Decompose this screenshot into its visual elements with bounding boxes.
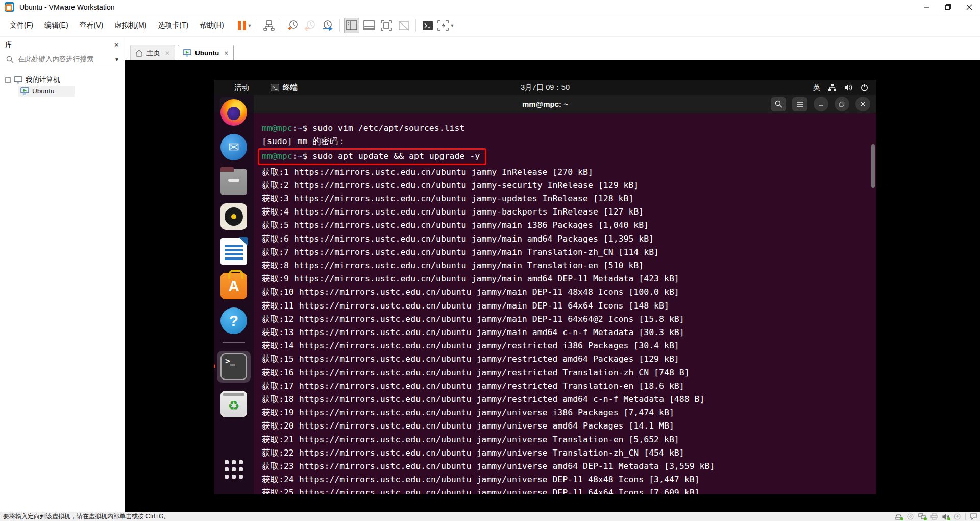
tab-close-icon[interactable]: ✕ — [165, 50, 170, 57]
statusbar-separator — [965, 513, 966, 520]
menu-edit[interactable]: 编辑(E) — [39, 18, 74, 33]
terminal-line: 获取:11 https://mirrors.ustc.edu.cn/ubuntu… — [262, 299, 872, 313]
minimize-button[interactable] — [916, 0, 937, 14]
power-icon[interactable] — [861, 84, 868, 91]
printer-icon[interactable] — [930, 513, 938, 520]
dock-separator — [223, 342, 245, 343]
unity-mode-button[interactable] — [396, 18, 411, 33]
fullscreen-icon — [381, 20, 392, 31]
libreoffice-writer-icon[interactable] — [220, 238, 247, 265]
usb-device-icon[interactable] — [954, 513, 961, 520]
tree-item-label: Ubuntu — [32, 87, 55, 95]
hard-disk-icon[interactable] — [895, 514, 902, 520]
volume-icon[interactable] — [844, 84, 853, 91]
tab-ubuntu[interactable]: Ubuntu ✕ — [178, 45, 234, 60]
ubuntu-dock — [214, 95, 254, 494]
sound-icon[interactable] — [942, 514, 949, 520]
tab-close-icon[interactable]: ✕ — [224, 50, 229, 57]
collapse-icon[interactable] — [5, 77, 11, 83]
take-snapshot-button[interactable] — [285, 18, 301, 33]
terminal-search-button[interactable] — [771, 97, 786, 111]
snapshot-manager-button[interactable] — [320, 18, 335, 33]
network-icon[interactable] — [828, 84, 837, 91]
show-library-toggle[interactable] — [344, 18, 359, 33]
terminal-menu-button[interactable] — [792, 97, 807, 111]
input-method-indicator[interactable]: 英 — [813, 83, 821, 92]
vm-viewport[interactable]: 活动 >_ 终端 3月7日 09：50 英 — [125, 60, 980, 512]
terminal-header-bar[interactable]: mm@mpc: ~ — [214, 95, 876, 113]
pause-vm-button[interactable]: ▼ — [237, 18, 253, 33]
menu-tabs[interactable]: 选项卡(T) — [152, 18, 194, 33]
menu-view[interactable]: 查看(V) — [74, 18, 109, 33]
terminal-line: 获取:17 https://mirrors.ustc.edu.cn/ubuntu… — [262, 380, 872, 393]
terminal-restore-button[interactable] — [835, 97, 849, 111]
tab-label: 主页 — [146, 49, 160, 58]
focused-app-menu[interactable]: >_ 终端 — [271, 83, 298, 92]
terminal-line: 获取:15 https://mirrors.ustc.edu.cn/ubuntu… — [262, 352, 872, 366]
toolbar-separator — [281, 19, 281, 32]
library-close-icon[interactable]: ✕ — [114, 41, 119, 49]
menu-file[interactable]: 文件(F) — [4, 18, 39, 33]
terminal-line: 获取:5 https://mirrors.ustc.edu.cn/ubuntu … — [262, 219, 872, 232]
unity-icon — [398, 20, 409, 31]
rhythmbox-icon[interactable] — [220, 203, 247, 230]
close-button[interactable] — [959, 0, 980, 14]
terminal-close-button[interactable] — [855, 97, 870, 111]
toolbar-separator — [233, 19, 233, 32]
terminal-line: 获取:24 https://mirrors.ustc.edu.cn/ubuntu… — [262, 473, 872, 486]
ubuntu-screen[interactable]: 活动 >_ 终端 3月7日 09：50 英 — [214, 80, 876, 494]
firefox-icon[interactable] — [220, 99, 247, 126]
terminal-output[interactable]: mm@mpc:~$ sudo vim /etc/apt/sources.list… — [214, 113, 876, 494]
message-log-icon[interactable] — [970, 513, 977, 520]
terminal-line: 获取:22 https://mirrors.ustc.edu.cn/ubuntu… — [262, 446, 872, 460]
show-thumbnail-bar-toggle[interactable] — [361, 18, 377, 33]
thunderbird-icon[interactable] — [220, 134, 247, 160]
title-bar: Ubuntu - VMware Workstation — [0, 0, 980, 14]
terminal-dock-item[interactable] — [217, 351, 251, 383]
vm-icon — [20, 87, 29, 95]
terminal-line: 获取:18 https://mirrors.ustc.edu.cn/ubuntu… — [262, 393, 872, 406]
terminal-line: 获取:23 https://mirrors.ustc.edu.cn/ubuntu… — [262, 460, 872, 473]
network-adapter-icon[interactable] — [918, 513, 926, 520]
terminal-icon[interactable] — [220, 353, 247, 380]
vmware-logo-icon — [5, 2, 14, 12]
stretch-guest-button[interactable]: ▼ — [437, 18, 455, 33]
status-message: 要将输入定向到该虚拟机，请在虚拟机内部单击或按 Ctrl+G。 — [3, 512, 169, 521]
menu-help[interactable]: 帮助(H) — [194, 18, 229, 33]
ubuntu-software-icon[interactable] — [220, 273, 247, 299]
toolbar-separator — [257, 19, 257, 32]
terminal-line: 获取:20 https://mirrors.ustc.edu.cn/ubuntu… — [262, 419, 872, 433]
terminal-window[interactable]: mm@mpc: ~ mm@mpc:~$ sudo vim /et — [214, 95, 876, 494]
trash-icon[interactable] — [220, 391, 247, 417]
tab-home[interactable]: 主页 ✕ — [130, 45, 175, 60]
terminal-scrollbar[interactable] — [871, 144, 875, 188]
chevron-down-icon[interactable]: ▼ — [248, 23, 252, 28]
library-search-box[interactable]: 在此处键入内容进行搜索 ▼ — [0, 52, 125, 68]
clock-label[interactable]: 3月7日 09：50 — [521, 83, 570, 92]
tree-item-my-computer[interactable]: 我的计算机 — [3, 74, 121, 86]
fullscreen-button[interactable] — [379, 18, 394, 33]
terminal-line: 获取:6 https://mirrors.ustc.edu.cn/ubuntu … — [262, 232, 872, 246]
help-icon[interactable] — [220, 307, 247, 334]
restore-button[interactable] — [937, 0, 959, 14]
send-ctrl-alt-del-button[interactable] — [261, 18, 277, 33]
terminal-minimize-button[interactable] — [814, 97, 828, 111]
tree-item-ubuntu[interactable]: Ubuntu — [18, 86, 75, 97]
window-title: Ubuntu - VMware Workstation — [19, 3, 114, 11]
cd-rom-icon[interactable] — [907, 513, 914, 520]
menu-vm[interactable]: 虚拟机(M) — [109, 18, 152, 33]
library-tree: 我的计算机 Ubuntu — [0, 68, 125, 102]
terminal-line: [sudo] mm 的密码： — [262, 135, 872, 148]
toolbar-separator — [339, 19, 340, 32]
terminal-line: 获取:12 https://mirrors.ustc.edu.cn/ubuntu… — [262, 313, 872, 326]
chevron-down-icon[interactable]: ▼ — [450, 23, 455, 28]
console-view-button[interactable] — [420, 18, 435, 33]
show-applications-icon[interactable] — [222, 458, 246, 481]
files-icon[interactable] — [220, 169, 247, 195]
revert-snapshot-button[interactable] — [303, 18, 318, 33]
terminal-line: 获取:9 https://mirrors.ustc.edu.cn/ubuntu … — [262, 272, 872, 286]
terminal-app-icon: >_ — [271, 84, 279, 91]
search-filter-caret-icon[interactable]: ▼ — [114, 57, 119, 62]
activities-button[interactable]: 活动 — [234, 83, 249, 92]
search-icon — [6, 56, 14, 63]
